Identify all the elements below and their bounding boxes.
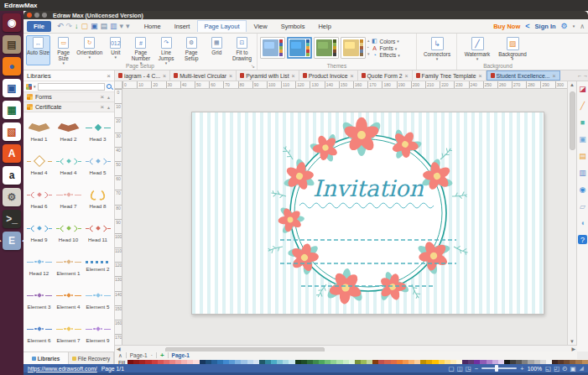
theme-option[interactable]: ◧ Colors ▾ [372, 38, 400, 44]
libreoffice-writer-icon[interactable]: ▶ ▣ ◀ [3, 79, 21, 97]
zoom-level[interactable]: 100% [528, 366, 542, 372]
tab-close-icon[interactable]: × [552, 73, 555, 79]
ribbon-button[interactable]: ▦ Grid [205, 35, 229, 65]
presentation-view-icon[interactable]: ◳ [466, 365, 471, 372]
document-tab[interactable]: Pyramid with List × [237, 70, 299, 81]
comment-icon[interactable]: ◖ [578, 218, 587, 227]
library-shape[interactable]: Head 7 [54, 182, 83, 216]
layer-icon[interactable]: ▤ [578, 151, 587, 160]
ribbon-button[interactable]: ↻ Orientation ▾ [76, 35, 102, 65]
import-icon[interactable]: ↓ [75, 22, 79, 30]
library-shape[interactable]: Element 7 [54, 316, 83, 350]
library-group-header[interactable]: Certificate × ▲ [23, 102, 114, 112]
firefox-icon[interactable]: ▶ ● ◀ [3, 57, 21, 76]
document-tab[interactable]: Student Excellence... × [487, 70, 560, 81]
library-shape[interactable]: Head 3 [83, 115, 112, 148]
tab-close-icon[interactable]: × [350, 73, 353, 79]
image-icon[interactable]: ▢ [81, 22, 89, 30]
zoom-out-icon[interactable]: − [475, 365, 478, 372]
ribbon-button[interactable]: ⚙ Page Setup [180, 35, 204, 65]
tab-scroll-left-icon[interactable]: ← [577, 73, 582, 78]
add-page-button[interactable]: + [160, 352, 164, 359]
library-shape[interactable]: Head 4 [24, 148, 54, 182]
buy-now-link[interactable]: Buy Now [493, 23, 520, 30]
page-dropdown-dot[interactable]: · [151, 352, 153, 358]
library-shape[interactable]: Head 9 [24, 216, 54, 249]
library-shape[interactable]: Head 5 [83, 148, 112, 182]
library-shape[interactable]: Head 6 [24, 182, 54, 216]
note-icon[interactable]: ▥ [578, 168, 587, 177]
maximize-button[interactable] [42, 13, 47, 18]
theme-thumbnail[interactable] [314, 37, 339, 59]
library-shape[interactable]: Element 6 [24, 316, 54, 350]
edrawsoft-link[interactable]: https://www.edrawsoft.com/ [28, 366, 97, 372]
library-shape[interactable]: Element 4 [54, 283, 83, 316]
theme-thumbnail[interactable] [287, 37, 312, 59]
window-titlebar[interactable]: Edraw Max (Unlicensed Version) [23, 11, 588, 19]
resize-grip-icon[interactable]: ◢ [580, 365, 584, 372]
ribbon-button[interactable]: ╱ Watermark ▾ [460, 35, 495, 60]
theme-option[interactable]: A Fonts ▾ [372, 45, 400, 51]
vertical-scroll-thumb[interactable] [570, 91, 575, 150]
tab-close-icon[interactable]: × [229, 73, 232, 79]
fill-color-icon[interactable]: ■ [578, 117, 587, 127]
format-tool-icon[interactable]: ◪ [578, 84, 587, 93]
save-icon[interactable]: ▣ [91, 22, 98, 30]
panel-tab[interactable]: Libraries [23, 352, 69, 364]
tab-close-icon[interactable]: × [292, 73, 295, 79]
tab-close-icon[interactable]: × [405, 73, 408, 79]
libreoffice-calc-icon[interactable]: ▶ ▦ ◀ [3, 101, 21, 119]
menu-item[interactable]: View [248, 21, 273, 32]
horizontal-scrollbar[interactable]: ◀ ▶ [115, 345, 577, 352]
zoom-slider-thumb[interactable] [495, 365, 498, 372]
ubuntu-software-icon[interactable]: ▶ A ◀ [3, 144, 21, 163]
ubuntu-dash-icon[interactable]: ▶ ◉ ◀ [3, 13, 21, 32]
hyperlink-icon[interactable]: ◉ [578, 185, 587, 194]
theme-scroll-down-icon[interactable]: ▾ [367, 51, 370, 56]
terminal-icon[interactable]: ▶ >_ ◀ [3, 210, 21, 228]
library-shape[interactable]: Head 11 [83, 216, 112, 249]
gear-icon[interactable]: ⚙ [561, 22, 568, 30]
tab-scroll-right-icon[interactable]: → [583, 73, 588, 78]
menu-item[interactable]: Insert [169, 21, 196, 32]
scroll-up-icon[interactable]: ▲ [107, 95, 111, 100]
ribbon-button[interactable]: ↔ Auto Size [26, 35, 50, 65]
menu-item[interactable]: Symbols [275, 21, 311, 32]
library-shape[interactable]: Element 9 [83, 316, 112, 350]
system-settings-icon[interactable]: ▶ ⚙ ◀ [3, 188, 21, 206]
libraries-close-icon[interactable]: × [107, 72, 111, 80]
library-shape[interactable]: Element 3 [24, 283, 54, 316]
normal-view-icon[interactable]: ▢ [449, 365, 455, 372]
connectors-button[interactable]: ↳ Connectors ▾ [419, 35, 455, 60]
gear-dropdown-icon[interactable]: ▾ [573, 24, 575, 28]
theme-option[interactable]: ◔ Effects ▾ [372, 52, 400, 58]
library-shape[interactable]: Element 5 [83, 283, 112, 316]
library-search-input[interactable] [38, 83, 105, 91]
library-shape[interactable]: Element 2 [83, 249, 112, 283]
group-close-icon[interactable]: × [100, 93, 104, 101]
libreoffice-impress-icon[interactable]: ▶ ▧ ◀ [3, 122, 21, 141]
library-group-header[interactable]: Forms × ▲ [23, 92, 114, 102]
library-shape[interactable]: Head 10 [54, 216, 83, 249]
help-icon[interactable]: ? [578, 235, 587, 244]
page-view-icon[interactable]: ◫ [457, 365, 463, 372]
theme-thumbnail[interactable] [260, 37, 285, 59]
ribbon-button[interactable]: 012 Unit ▾ [103, 35, 127, 65]
minimize-button[interactable] [34, 13, 39, 18]
amazon-icon[interactable]: ▶ a ◀ [3, 166, 21, 185]
menu-item[interactable]: Help [312, 21, 336, 32]
fit-window-icon[interactable]: ◱ [545, 365, 551, 372]
drawing-canvas[interactable]: 0102030405060708090100110120130140150160… [115, 81, 567, 345]
undo-icon[interactable]: ↶ [57, 22, 64, 30]
library-shape[interactable]: Head 1 [24, 115, 54, 148]
style-pen-icon[interactable]: ╱ [578, 101, 587, 110]
qat-dropdown-icon[interactable]: ▾ [120, 22, 124, 30]
theme-scroll-up-icon[interactable]: ▴ [367, 38, 370, 43]
document-tab[interactable]: Multi-level Circular × [170, 70, 237, 81]
zoom-slider[interactable] [481, 367, 517, 369]
collapse-ribbon-icon[interactable]: ∧ [580, 23, 585, 30]
library-shape[interactable]: Head 4 [54, 148, 83, 182]
close-button[interactable] [27, 13, 32, 18]
theme-scroll-more-icon[interactable]: ▪ [367, 44, 370, 49]
zoom-in-icon[interactable]: + [520, 365, 523, 372]
